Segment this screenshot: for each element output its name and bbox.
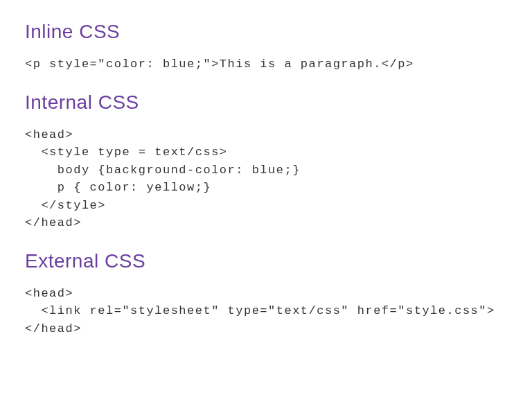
heading-internal-css: Internal CSS: [25, 91, 507, 114]
heading-inline-css: Inline CSS: [25, 21, 507, 43]
code-external-css: <head> <link rel="stylesheet" type="text…: [25, 285, 507, 338]
code-internal-css: <head> <style type = text/css> body {bac…: [25, 126, 507, 232]
code-inline-css: <p style="color: blue;">This is a paragr…: [25, 55, 507, 73]
heading-external-css: External CSS: [25, 250, 507, 272]
section-inline-css: Inline CSS <p style="color: blue;">This …: [25, 21, 507, 73]
section-internal-css: Internal CSS <head> <style type = text/c…: [25, 91, 507, 232]
section-external-css: External CSS <head> <link rel="styleshee…: [25, 250, 507, 338]
